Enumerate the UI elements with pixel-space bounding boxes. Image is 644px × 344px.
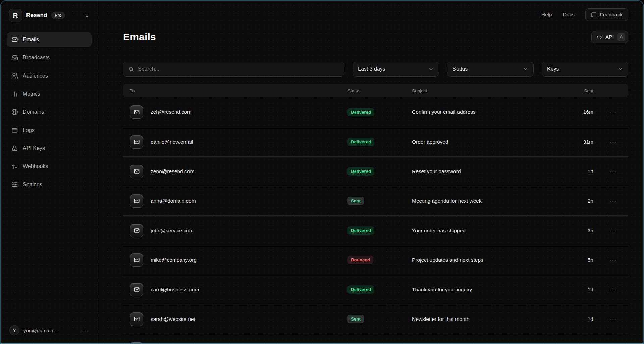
mail-icon	[11, 36, 18, 43]
email-row[interactable]: zeno@resend.comDeliveredReset your passw…	[123, 156, 628, 186]
topbar: Help Docs Feedback	[123, 8, 628, 21]
api-shortcut-key: A	[617, 33, 625, 41]
recipient-email: danilo@new.email	[149, 139, 347, 145]
sidebar-item-logs[interactable]: Logs	[7, 123, 92, 138]
sidebar-item-audiences[interactable]: Audiences	[7, 68, 92, 83]
email-subject: Newsletter for this month	[412, 316, 581, 322]
sidebar-item-webhooks[interactable]: Webhooks	[7, 159, 92, 174]
sidebar-item-emails[interactable]: Emails	[7, 32, 92, 47]
filter-value: Status	[452, 66, 468, 72]
message-bubble-icon	[591, 12, 597, 18]
recipient-email: zeh@resend.com	[149, 109, 347, 115]
sent-time: 1d	[588, 287, 593, 293]
filter-row: Last 3 daysStatusKeys	[123, 62, 628, 77]
status-badge: Sent	[347, 197, 364, 205]
sidebar-item-label: Metrics	[23, 91, 40, 97]
sent-time: 1d	[588, 316, 593, 322]
recipient-email: mike@company.org	[149, 257, 347, 263]
user-menu-button[interactable]: ···	[82, 328, 89, 333]
filter-value: Keys	[547, 66, 559, 72]
lock-icon	[11, 145, 18, 152]
email-subject: Project updates and next steps	[412, 257, 581, 263]
column-header-subject: Subject	[412, 88, 581, 93]
api-button[interactable]: API A	[591, 31, 628, 43]
email-row[interactable]: danilo@new.emailDeliveredOrder approved3…	[123, 127, 628, 156]
email-row[interactable]: carol@business.comDeliveredThank you for…	[123, 275, 628, 304]
row-menu-button[interactable]: ···	[610, 198, 622, 204]
sidebar-item-label: Broadcasts	[23, 55, 50, 61]
envelope-icon[interactable]	[130, 342, 143, 344]
chevron-down-icon	[428, 66, 434, 72]
status-badge: Delivered	[347, 167, 374, 176]
user-account[interactable]: Y you@domain.... ···	[7, 323, 92, 337]
workspace-switcher[interactable]: R Resend Pro	[7, 7, 92, 23]
envelope-icon[interactable]	[130, 253, 143, 267]
app-window: R Resend Pro EmailsBroadcastsAudiencesMe…	[0, 0, 644, 344]
sidebar-item-label: Emails	[23, 37, 39, 43]
help-link[interactable]: Help	[541, 12, 552, 18]
recipient-email: sarah@website.net	[149, 316, 347, 322]
envelope-icon[interactable]	[130, 105, 143, 119]
sliders-icon	[11, 181, 18, 188]
status-badge: Bounced	[347, 256, 373, 264]
email-subject: Order approved	[412, 139, 581, 145]
sent-time: 1h	[588, 168, 593, 175]
envelope-icon[interactable]	[130, 165, 143, 178]
sidebar-item-domains[interactable]: Domains	[7, 105, 92, 119]
docs-link[interactable]: Docs	[563, 12, 575, 18]
status-badge: Delivered	[347, 285, 374, 294]
row-menu-button[interactable]: ···	[610, 228, 622, 233]
row-menu-button[interactable]: ···	[610, 168, 622, 174]
page-title: Emails	[123, 31, 156, 43]
sidebar-item-label: Audiences	[23, 73, 48, 79]
filter-select-keys[interactable]: Keys	[542, 62, 628, 77]
row-menu-button[interactable]: ···	[610, 316, 622, 322]
email-row[interactable]: sarah@website.netSentNewsletter for this…	[123, 304, 628, 334]
email-row[interactable]: anna@domain.comSentMeeting agenda for ne…	[123, 186, 628, 215]
sidebar: R Resend Pro EmailsBroadcastsAudiencesMe…	[1, 1, 98, 343]
resend-logo: R	[9, 9, 22, 22]
envelope-icon[interactable]	[130, 194, 143, 208]
workspace-name: Resend	[26, 12, 47, 19]
filter-select-last-3-days[interactable]: Last 3 days	[353, 62, 439, 77]
envelope-icon[interactable]	[130, 312, 143, 326]
status-badge: Delivered	[347, 108, 374, 116]
email-subject: Meeting agenda for next week	[412, 198, 581, 204]
sidebar-item-label: Logs	[23, 127, 35, 133]
filter-select-status[interactable]: Status	[447, 62, 534, 77]
row-menu-button[interactable]: ···	[610, 257, 622, 263]
sidebar-item-label: API Keys	[23, 145, 45, 151]
search-box	[123, 62, 344, 77]
email-row[interactable]: mike@company.orgBouncedProject updates a…	[123, 245, 628, 275]
table-header: To Status Subject Sent	[123, 84, 628, 97]
envelope-icon[interactable]	[130, 283, 143, 296]
email-row[interactable]: zeh@resend.comDeliveredConfirm your emai…	[123, 97, 628, 127]
sent-time: 3h	[588, 228, 593, 234]
broadcast-icon	[11, 54, 18, 61]
envelope-icon[interactable]	[130, 135, 143, 149]
arrows-icon	[11, 163, 18, 170]
recipient-email: anna@domain.com	[149, 198, 347, 204]
sidebar-item-settings[interactable]: Settings	[7, 177, 92, 192]
chevrons-up-down-icon[interactable]	[84, 13, 90, 18]
globe-icon	[11, 109, 18, 115]
sidebar-item-broadcasts[interactable]: Broadcasts	[7, 50, 92, 65]
sidebar-item-api-keys[interactable]: API Keys	[7, 141, 92, 156]
api-label: API	[605, 34, 614, 40]
row-menu-button[interactable]: ···	[610, 139, 622, 145]
status-badge: Sent	[347, 315, 364, 323]
sidebar-nav: EmailsBroadcastsAudiencesMetricsDomainsL…	[7, 32, 92, 323]
sent-time: 16m	[583, 109, 593, 115]
envelope-icon[interactable]	[130, 224, 143, 237]
row-menu-button[interactable]: ···	[610, 109, 622, 115]
feedback-button[interactable]: Feedback	[585, 8, 628, 21]
sidebar-item-metrics[interactable]: Metrics	[7, 87, 92, 101]
logs-icon	[11, 127, 18, 134]
sidebar-item-label: Settings	[23, 182, 42, 188]
chevron-down-icon	[618, 66, 623, 72]
title-row: Emails API A	[123, 30, 628, 44]
email-row[interactable]: Delivered···	[123, 334, 628, 344]
email-row[interactable]: john@service.comDeliveredYour order has …	[123, 215, 628, 245]
row-menu-button[interactable]: ···	[610, 287, 622, 292]
search-input[interactable]	[138, 66, 339, 72]
